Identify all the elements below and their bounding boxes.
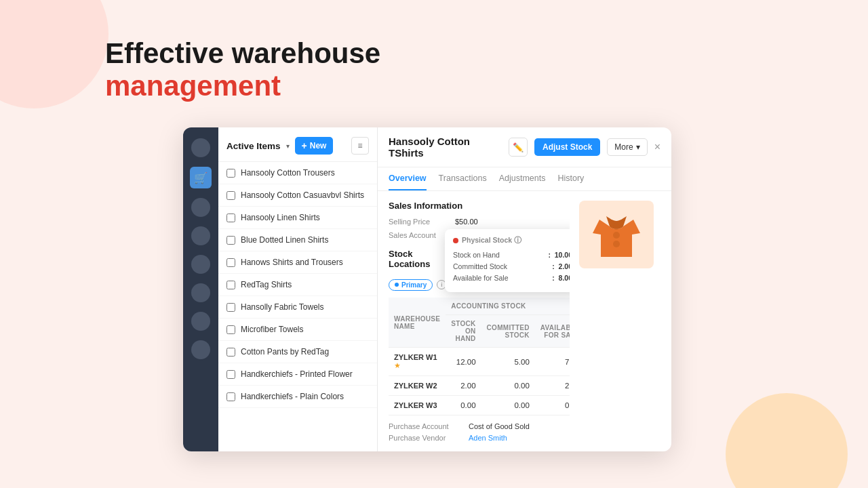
col-accounting-stock-header: ACCOUNTING STOCK xyxy=(446,298,570,315)
bottom-info-area: Purchase Account Cost of Good Sold Purch… xyxy=(389,422,570,442)
sidebar-dot-3 xyxy=(191,255,210,274)
item-checkbox-3[interactable] xyxy=(226,236,235,245)
purchase-vendor-row: Purchase Vendor Aden Smith xyxy=(389,434,570,442)
active-items-dropdown-arrow[interactable]: ▾ xyxy=(286,142,290,150)
bg-decor-bottom-right xyxy=(726,393,848,488)
more-button[interactable]: More ▾ xyxy=(607,138,647,156)
sales-account-label: Sales Account xyxy=(389,231,450,239)
item-checkbox-10[interactable] xyxy=(226,392,235,401)
bg-decor-top-left xyxy=(0,0,108,108)
warehouse-name-w3: ZYLKER W3 xyxy=(389,396,446,415)
svg-point-1 xyxy=(613,232,620,239)
list-item[interactable]: Hansolly Fabric Towels xyxy=(218,296,377,319)
col-warehouse: WAREHOUSE NAME xyxy=(389,298,446,348)
sidebar-dot-1 xyxy=(191,198,210,217)
item-checkbox-6[interactable] xyxy=(226,303,235,312)
stock-locations-title: Stock Locations xyxy=(389,249,448,269)
selling-price-value: $50.00 xyxy=(455,218,478,226)
content-area: Sales Information Selling Price $50.00 S… xyxy=(378,191,671,451)
purchase-vendor-value[interactable]: Aden Smith xyxy=(469,434,507,442)
tab-overview[interactable]: Overview xyxy=(389,167,427,190)
sidebar: 🛒 xyxy=(183,127,218,451)
item-checkbox-1[interactable] xyxy=(226,191,235,200)
committed-w2: 0.00 xyxy=(481,376,535,396)
stock-hand-w1: 12.00 xyxy=(446,348,481,376)
committed-w3: 0.00 xyxy=(481,396,535,415)
header-line2: management xyxy=(105,70,380,102)
item-label-4: Hanows Shirts and Trousers xyxy=(241,258,343,267)
adjust-stock-button[interactable]: Adjust Stock xyxy=(534,138,600,156)
item-checkbox-4[interactable] xyxy=(226,258,235,267)
header-section: Effective warehouse management xyxy=(105,37,380,103)
warehouse-name-w2: ZYLKER W2 xyxy=(389,376,446,396)
tooltip-row-stock: Stock on Hand : 10.00 xyxy=(453,251,570,259)
new-button[interactable]: + New xyxy=(295,137,334,155)
item-checkbox-9[interactable] xyxy=(226,370,235,379)
tooltip-panel: Physical Stock ⓘ Stock on Hand : 10.00 C… xyxy=(445,229,570,292)
available-w2: 2.00 xyxy=(535,376,570,396)
content-left: Sales Information Selling Price $50.00 S… xyxy=(389,201,570,442)
tab-adjustments[interactable]: Adjustments xyxy=(499,167,546,190)
left-panel-header: Active Items ▾ + New ≡ xyxy=(218,127,377,162)
list-item[interactable]: RedTag Shirts xyxy=(218,274,377,296)
item-label-2: Hansooly Linen Shirts xyxy=(241,213,320,222)
tooltip-header: Physical Stock ⓘ xyxy=(453,236,570,245)
item-label-10: Handkerchiefs - Plain Colors xyxy=(241,392,344,401)
selling-price-row: Selling Price $50.00 xyxy=(389,218,570,226)
header-line2-red: management xyxy=(105,70,281,102)
item-checkbox-7[interactable] xyxy=(226,325,235,334)
list-item[interactable]: Microfiber Towels xyxy=(218,319,377,341)
tooltip-title: Physical Stock ⓘ xyxy=(462,236,521,245)
stock-row-w3: ZYLKER W3 0.00 0.00 0.00 xyxy=(389,396,570,415)
item-checkbox-0[interactable] xyxy=(226,169,235,178)
stock-row-w1: ZYLKER W1 ★ 12.00 5.00 7.00 xyxy=(389,348,570,376)
list-item[interactable]: Blue Dotted Linen Shirts xyxy=(218,229,377,251)
list-item[interactable]: Hansooly Cotton Casuavbvl Shirts xyxy=(218,184,377,207)
list-item[interactable]: Hanows Shirts and Trousers xyxy=(218,251,377,274)
close-button[interactable]: × xyxy=(654,141,660,153)
warehouse-name-w1: ZYLKER W1 ★ xyxy=(389,348,446,376)
selling-price-label: Selling Price xyxy=(389,218,450,226)
purchase-vendor-label: Purchase Vendor xyxy=(389,434,463,442)
sidebar-dot-5 xyxy=(191,312,210,331)
list-item[interactable]: Handkerchiefs - Printed Flower xyxy=(218,363,377,386)
sidebar-icon-cart[interactable]: 🛒 xyxy=(190,167,212,188)
edit-button[interactable]: ✏️ xyxy=(509,138,528,157)
col-available-for-sale: AVAILABLE FOR SALE xyxy=(535,315,570,348)
primary-badge: Primary xyxy=(389,279,433,291)
tooltip-dot xyxy=(453,238,458,243)
item-checkbox-5[interactable] xyxy=(226,281,235,289)
tab-transactions[interactable]: Transactions xyxy=(439,167,487,190)
list-item[interactable]: Hansooly Linen Shirts xyxy=(218,207,377,229)
item-label-1: Hansooly Cotton Casuavbvl Shirts xyxy=(241,190,364,200)
list-item[interactable]: Hansooly Cotton Trousers xyxy=(218,162,377,184)
stock-hand-w3: 0.00 xyxy=(446,396,481,415)
app-window: 🛒 Active Items ▾ + New ≡ Hansooly Cotton… xyxy=(183,127,671,451)
tab-history[interactable]: History xyxy=(557,167,584,190)
list-item[interactable]: Cotton Pants by RedTag xyxy=(218,341,377,363)
stock-table-container: WAREHOUSE NAME ACCOUNTING STOCK STOCK ON… xyxy=(389,298,570,415)
item-list: Hansooly Cotton Trousers Hansooly Cotton… xyxy=(218,162,377,451)
available-w1: 7.00 xyxy=(535,348,570,376)
svg-point-2 xyxy=(613,241,620,247)
sidebar-avatar xyxy=(191,138,210,157)
left-panel: Active Items ▾ + New ≡ Hansooly Cotton T… xyxy=(218,127,378,451)
sales-info-title: Sales Information xyxy=(389,201,570,211)
item-checkbox-8[interactable] xyxy=(226,348,235,357)
right-panel: Hansooly Cotton TShirts ✏️ Adjust Stock … xyxy=(378,127,671,451)
item-checkbox-2[interactable] xyxy=(226,214,235,222)
sidebar-dot-2 xyxy=(191,226,210,245)
item-label-7: Microfiber Towels xyxy=(241,325,303,334)
list-item[interactable]: Handkerchiefs - Plain Colors xyxy=(218,386,377,408)
stock-hand-w2: 2.00 xyxy=(446,376,481,396)
primary-dot xyxy=(395,283,399,287)
sidebar-dot-6 xyxy=(191,340,210,359)
product-title: Hansooly Cotton TShirts xyxy=(389,136,502,159)
product-image-svg xyxy=(586,206,647,264)
tabs-bar: Overview Transactions Adjustments Histor… xyxy=(378,167,671,191)
menu-icon-button[interactable]: ≡ xyxy=(351,137,369,155)
star-icon-w1: ★ xyxy=(394,361,401,369)
col-stock-on-hand: STOCK ON HAND xyxy=(446,315,481,348)
right-panel-header: Hansooly Cotton TShirts ✏️ Adjust Stock … xyxy=(378,127,671,167)
product-image-box xyxy=(579,201,654,268)
